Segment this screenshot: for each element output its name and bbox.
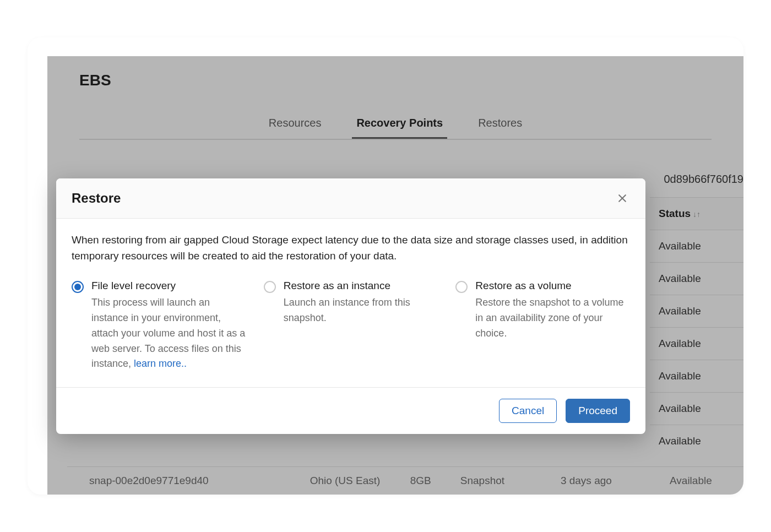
option-description: This process will launch an instance in … — [91, 295, 246, 372]
option-description: Launch an instance from this snapshot. — [284, 295, 438, 326]
modal-footer: Cancel Proceed — [56, 387, 645, 434]
option-label: File level recovery — [91, 280, 246, 292]
modal-description: When restoring from air gapped Cloud Sto… — [72, 232, 630, 264]
restore-modal: Restore When restoring from air gapped C… — [56, 178, 645, 434]
cancel-button[interactable]: Cancel — [499, 399, 557, 423]
close-button[interactable] — [615, 191, 630, 206]
close-icon — [617, 193, 628, 204]
modal-header: Restore — [56, 178, 645, 219]
learn-more-link[interactable]: learn more.. — [134, 358, 187, 369]
proceed-button[interactable]: Proceed — [566, 399, 630, 423]
option-label: Restore as a volume — [475, 280, 630, 292]
modal-title: Restore — [72, 191, 121, 206]
option-restore-as-volume[interactable]: Restore as a volume Restore the snapshot… — [455, 280, 630, 372]
radio-restore-as-volume[interactable] — [455, 281, 468, 293]
radio-file-level-recovery[interactable] — [72, 281, 84, 293]
app-window: EBS Resources Recovery Points Restores 0… — [28, 37, 743, 495]
radio-restore-as-instance[interactable] — [264, 281, 276, 293]
restore-options: File level recovery This process will la… — [72, 280, 630, 372]
option-description: Restore the snapshot to a volume in an a… — [475, 295, 630, 341]
option-label: Restore as an instance — [284, 280, 438, 292]
option-file-level-recovery[interactable]: File level recovery This process will la… — [72, 280, 246, 372]
option-restore-as-instance[interactable]: Restore as an instance Launch an instanc… — [264, 280, 438, 372]
